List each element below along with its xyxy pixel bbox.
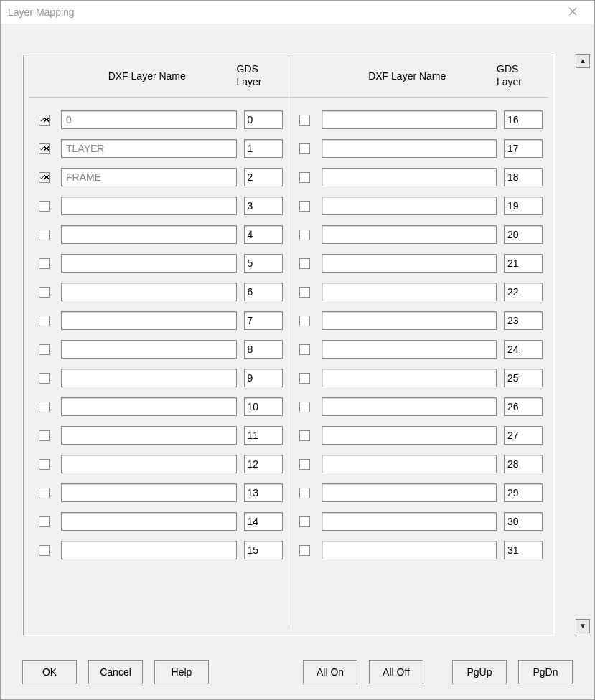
- all-off-button[interactable]: All Off: [369, 660, 423, 684]
- scroll-up-button[interactable]: ▲: [576, 54, 590, 68]
- dxf-name-input[interactable]: [61, 369, 237, 387]
- row-checkbox[interactable]: [39, 402, 50, 412]
- row-checkbox[interactable]: [299, 172, 310, 183]
- dxf-name-input[interactable]: [322, 426, 497, 445]
- dxf-name-input[interactable]: [61, 110, 237, 129]
- dxf-name-input[interactable]: [322, 483, 497, 502]
- row-checkbox[interactable]: [39, 373, 50, 384]
- close-button[interactable]: [558, 1, 587, 24]
- row-checkbox[interactable]: [299, 258, 310, 269]
- gds-layer-input[interactable]: [504, 426, 543, 445]
- row-checkbox[interactable]: [299, 344, 310, 355]
- gds-layer-input[interactable]: [504, 311, 543, 330]
- gds-layer-input[interactable]: [504, 455, 543, 473]
- gds-layer-input[interactable]: [504, 369, 543, 387]
- gds-layer-input[interactable]: [244, 541, 283, 559]
- ok-button[interactable]: OK: [22, 660, 77, 684]
- gds-layer-input[interactable]: [244, 455, 283, 473]
- all-on-button[interactable]: All On: [303, 660, 357, 684]
- gds-layer-input[interactable]: [504, 283, 543, 301]
- dxf-name-input[interactable]: [61, 311, 237, 330]
- gds-layer-input[interactable]: [504, 139, 543, 158]
- row-checkbox[interactable]: [39, 143, 50, 154]
- gds-layer-input[interactable]: [504, 197, 543, 215]
- gds-layer-input[interactable]: [244, 483, 283, 502]
- pgdn-button[interactable]: PgDn: [518, 660, 573, 684]
- gds-layer-input[interactable]: [504, 110, 543, 129]
- dxf-name-input[interactable]: [61, 139, 237, 158]
- row-checkbox[interactable]: [39, 201, 50, 212]
- dxf-name-input[interactable]: [322, 397, 497, 416]
- dxf-name-input[interactable]: [322, 283, 497, 301]
- gds-layer-input[interactable]: [244, 254, 283, 273]
- row-checkbox[interactable]: [39, 516, 50, 527]
- row-checkbox[interactable]: [39, 545, 50, 556]
- row-checkbox[interactable]: [299, 287, 310, 298]
- row-checkbox[interactable]: [299, 402, 310, 412]
- dxf-name-input[interactable]: [322, 225, 497, 244]
- row-checkbox[interactable]: [39, 459, 50, 470]
- gds-layer-input[interactable]: [504, 340, 543, 359]
- dxf-name-input[interactable]: [61, 512, 237, 531]
- gds-layer-input[interactable]: [504, 397, 543, 416]
- vertical-scrollbar[interactable]: ▲ ▼: [576, 54, 590, 633]
- row-checkbox[interactable]: [39, 172, 50, 183]
- dxf-name-input[interactable]: [322, 139, 497, 158]
- row-checkbox[interactable]: [299, 316, 310, 326]
- row-checkbox[interactable]: [39, 430, 50, 441]
- gds-layer-input[interactable]: [244, 340, 283, 359]
- row-checkbox[interactable]: [299, 373, 310, 384]
- dxf-name-input[interactable]: [61, 455, 237, 473]
- gds-layer-input[interactable]: [504, 541, 543, 559]
- row-checkbox[interactable]: [299, 488, 310, 498]
- help-button[interactable]: Help: [154, 660, 209, 684]
- gds-layer-input[interactable]: [504, 512, 543, 531]
- dxf-name-input[interactable]: [61, 283, 237, 301]
- dxf-name-input[interactable]: [322, 340, 497, 359]
- cancel-button[interactable]: Cancel: [88, 660, 143, 684]
- dxf-name-input[interactable]: [322, 512, 497, 531]
- row-checkbox[interactable]: [299, 459, 310, 470]
- row-checkbox[interactable]: [299, 545, 310, 556]
- row-checkbox[interactable]: [39, 230, 50, 240]
- gds-layer-input[interactable]: [244, 369, 283, 387]
- dxf-name-input[interactable]: [61, 426, 237, 445]
- gds-layer-input[interactable]: [244, 397, 283, 416]
- dxf-name-input[interactable]: [61, 340, 237, 359]
- dxf-name-input[interactable]: [322, 455, 497, 473]
- gds-layer-input[interactable]: [504, 225, 543, 244]
- row-checkbox[interactable]: [39, 488, 50, 498]
- dxf-name-input[interactable]: [322, 197, 497, 215]
- dxf-name-input[interactable]: [322, 369, 497, 387]
- dxf-name-input[interactable]: [322, 254, 497, 273]
- scroll-down-button[interactable]: ▼: [576, 619, 590, 633]
- dxf-name-input[interactable]: [61, 225, 237, 244]
- row-checkbox[interactable]: [39, 287, 50, 298]
- gds-layer-input[interactable]: [504, 168, 543, 186]
- gds-layer-input[interactable]: [244, 168, 283, 186]
- gds-layer-input[interactable]: [504, 483, 543, 502]
- gds-layer-input[interactable]: [244, 197, 283, 215]
- gds-layer-input[interactable]: [504, 254, 543, 273]
- pgup-button[interactable]: PgUp: [452, 660, 507, 684]
- row-checkbox[interactable]: [299, 143, 310, 154]
- dxf-name-input[interactable]: [61, 541, 237, 559]
- dxf-name-input[interactable]: [322, 541, 497, 559]
- dxf-name-input[interactable]: [61, 483, 237, 502]
- gds-layer-input[interactable]: [244, 283, 283, 301]
- row-checkbox[interactable]: [39, 115, 50, 126]
- dxf-name-input[interactable]: [61, 397, 237, 416]
- row-checkbox[interactable]: [299, 516, 310, 527]
- dxf-name-input[interactable]: [322, 168, 497, 186]
- dxf-name-input[interactable]: [61, 254, 237, 273]
- row-checkbox[interactable]: [299, 430, 310, 441]
- dxf-name-input[interactable]: [61, 168, 237, 186]
- row-checkbox[interactable]: [299, 230, 310, 240]
- gds-layer-input[interactable]: [244, 426, 283, 445]
- gds-layer-input[interactable]: [244, 225, 283, 244]
- dxf-name-input[interactable]: [61, 197, 237, 215]
- row-checkbox[interactable]: [39, 316, 50, 326]
- gds-layer-input[interactable]: [244, 139, 283, 158]
- gds-layer-input[interactable]: [244, 512, 283, 531]
- row-checkbox[interactable]: [299, 201, 310, 212]
